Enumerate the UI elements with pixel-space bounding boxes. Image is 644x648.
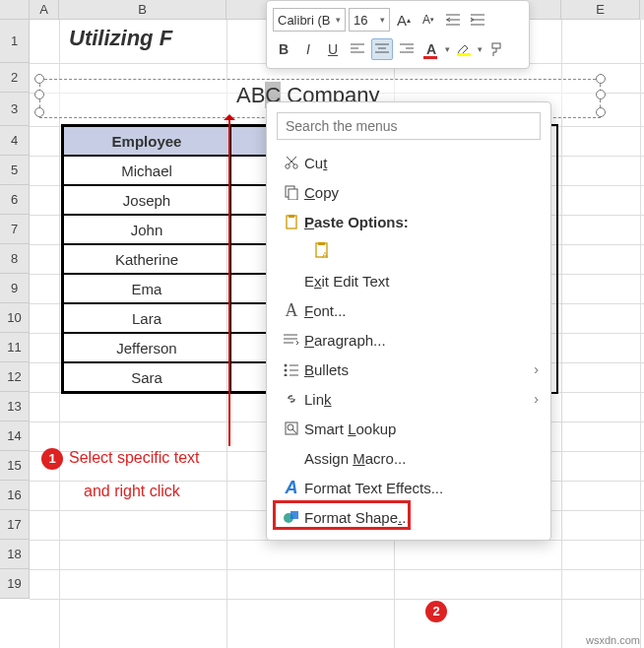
menu-item-paste-sub[interactable]: A [267,236,550,266]
menu-item-label: Paste Options: [304,214,409,230]
context-menu: CutCopyPaste Options:AExit Edit TextAFon… [266,101,551,541]
menu-item-paste-options[interactable]: Paste Options: [267,207,550,236]
para-icon [279,333,304,347]
align-left-icon[interactable] [347,38,368,60]
row-header[interactable]: 5 [0,156,30,185]
resize-handle-tl[interactable] [34,74,44,84]
watermark: wsxdn.com [586,634,640,646]
search-input[interactable] [277,112,541,140]
row-header[interactable]: 3 [0,93,30,126]
menu-item-format-shape[interactable]: Format Shape... [267,502,550,532]
annotation-text-1b: and right click [84,483,180,500]
bold-button[interactable]: B [273,38,294,60]
menu-item-label: Bullets [304,361,349,378]
row-header[interactable]: 14 [0,421,30,451]
chevron-down-icon[interactable]: ▾ [478,44,483,54]
svg-point-2 [286,164,290,168]
mini-toolbar: Calibri (B▾ 16▾ A▴ A▾ B I U A ▾ ▾ [266,0,530,69]
menu-item-assign-macro[interactable]: Assign Macro... [267,443,550,473]
svg-rect-7 [289,215,294,218]
bullets-icon [279,362,304,376]
row-header[interactable]: 7 [0,215,30,244]
highlight-color-icon[interactable] [453,38,475,60]
table-cell[interactable]: Ema [63,274,230,303]
annotation-text-1a: Select specific text [69,449,200,467]
align-right-icon[interactable] [396,38,418,60]
table-cell[interactable]: John [63,215,230,244]
copy-icon [279,184,304,200]
svg-rect-5 [289,189,297,200]
row-header[interactable]: 10 [0,303,30,333]
row-header[interactable]: 13 [0,392,30,421]
link-icon [279,391,304,407]
italic-button[interactable]: I [297,38,319,60]
resize-handle-mr[interactable] [596,90,606,99]
chevron-down-icon[interactable]: ▾ [445,44,450,54]
table-cell[interactable]: Joseph [63,185,230,215]
decrease-font-icon[interactable]: A▾ [418,9,439,31]
row-header[interactable]: 4 [0,126,30,156]
menu-item-paragraph[interactable]: Paragraph... [267,325,550,355]
row-header[interactable]: 2 [0,63,30,93]
row-header[interactable]: 18 [0,540,30,569]
text-prefix: AB [236,83,265,107]
menu-item-copy[interactable]: Copy [267,177,550,207]
menu-item-label: Link [304,391,332,408]
submenu-arrow-icon: › [534,361,539,377]
row-header[interactable]: 8 [0,244,30,274]
select-all-corner[interactable] [0,0,30,20]
format-painter-icon[interactable] [485,38,507,60]
menu-search[interactable] [277,112,541,140]
table-cell[interactable]: Lara [63,303,230,333]
menu-item-font[interactable]: AFont... [267,295,550,325]
table-cell[interactable]: Sara [63,362,230,392]
row-header[interactable]: 15 [0,451,30,481]
font-name-combo[interactable]: Calibri (B▾ [273,8,346,32]
align-center-icon[interactable] [371,38,393,60]
col-E[interactable]: E [561,0,640,20]
menu-item-label: Paragraph... [304,332,386,349]
increase-font-icon[interactable]: A▴ [393,9,415,31]
submenu-arrow-icon: › [534,391,539,407]
resize-handle-bl[interactable] [34,107,44,117]
row-header[interactable]: 17 [0,510,30,540]
font-size-combo[interactable]: 16▾ [349,8,390,32]
table-header-employee[interactable]: Employee [63,126,230,156]
menu-item-exit-edit-text[interactable]: Exit Edit Text [267,266,550,295]
resize-handle-br[interactable] [596,107,606,117]
menu-item-link[interactable]: Link› [267,384,550,414]
menu-item-label: Copy [304,184,339,201]
lookup-icon [279,421,304,436]
table-cell[interactable]: Katherine [63,244,230,274]
increase-indent-icon[interactable] [467,9,488,31]
row-header[interactable]: 11 [0,333,30,362]
decrease-indent-icon[interactable] [442,9,464,31]
col-A[interactable]: A [30,0,59,20]
row-header[interactable]: 16 [0,481,30,510]
menu-item-format-text-effects[interactable]: AFormat Text Effects... [267,473,550,502]
chevron-down-icon: ▾ [336,15,341,25]
annotation-highlight [273,500,411,530]
table-cell[interactable]: Jefferson [63,333,230,362]
svg-point-13 [285,374,288,377]
row-header[interactable]: 12 [0,362,30,392]
resize-handle-tr[interactable] [596,74,606,84]
row-header[interactable]: 1 [0,20,30,63]
font-color-icon[interactable]: A [420,38,442,60]
menu-item-cut[interactable]: Cut [267,148,550,177]
table-cell[interactable]: Michael [63,156,230,185]
row-header[interactable]: 6 [0,185,30,215]
page-title: Utilizing F [69,26,172,51]
paste-sub-icon: A [310,241,336,261]
textfx-icon: A [279,478,304,498]
underline-button[interactable]: U [322,38,344,60]
annotation-arrow [228,116,230,446]
menu-item-smart-lookup[interactable]: Smart Lookup [267,414,550,443]
col-B[interactable]: B [59,0,226,20]
svg-point-11 [285,364,288,367]
menu-item-bullets[interactable]: Bullets› [267,355,550,384]
row-header[interactable]: 9 [0,274,30,303]
resize-handle-ml[interactable] [34,90,44,99]
row-header[interactable]: 19 [0,569,30,599]
menu-item-label: Smart Lookup [304,421,396,437]
